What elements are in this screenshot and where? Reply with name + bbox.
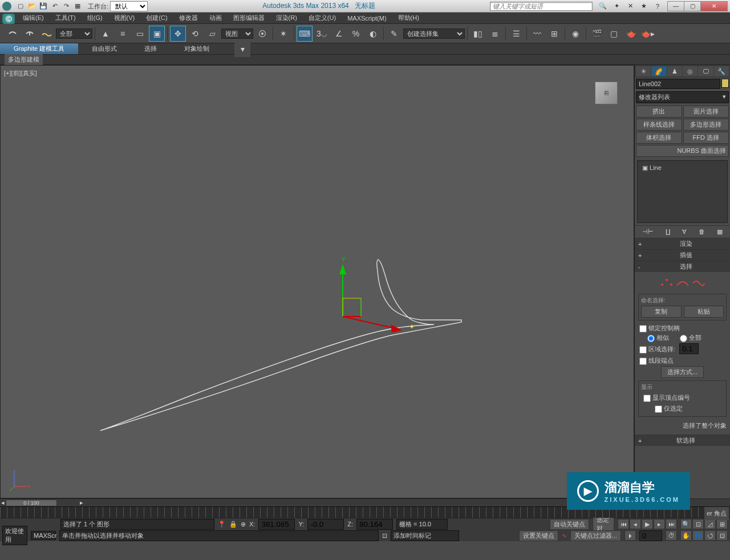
schematic-view-icon[interactable]: ⊞	[546, 26, 562, 42]
isolate-icon[interactable]: ⊡	[382, 532, 387, 539]
nav-orbit-icon[interactable]: ⭯	[704, 530, 716, 541]
layer-manager-icon[interactable]: ☰	[508, 26, 524, 42]
unlink-icon[interactable]	[22, 26, 38, 42]
infocenter-fav-icon[interactable]: ★	[639, 2, 649, 11]
menu-graph-editors[interactable]: 图形编辑器	[228, 13, 270, 23]
current-frame-input[interactable]	[639, 530, 662, 541]
only-selected-checkbox[interactable]: 仅选定	[641, 403, 724, 414]
absolute-transform-icon[interactable]: ⊕	[241, 521, 246, 528]
rectangular-region-icon[interactable]: ▭	[132, 26, 148, 42]
ribbon-sub-label[interactable]: 多边形建模	[5, 54, 43, 65]
edit-named-sel-icon[interactable]: ✎	[386, 26, 402, 42]
snap-toggle-icon[interactable]: 3◡	[314, 26, 330, 42]
prev-frame-icon[interactable]: ◂	[630, 519, 641, 529]
bind-spacewarp-icon[interactable]	[39, 26, 55, 42]
infocenter-exchange-icon[interactable]: ✕	[625, 2, 635, 11]
modifier-list-dropdown[interactable]: 修改器列表▾	[636, 91, 729, 103]
tab-motion-icon[interactable]: ◎	[683, 66, 697, 76]
material-editor-icon[interactable]: ◉	[567, 26, 583, 42]
rendered-frame-icon[interactable]: ▢	[606, 26, 622, 42]
key-filters-button[interactable]: 关键点过滤器...	[570, 530, 621, 541]
menu-animation[interactable]: 动画	[204, 13, 228, 23]
qat-undo-icon[interactable]: ↶	[50, 2, 60, 11]
key-mode-toggle-icon[interactable]: ⏵	[624, 530, 636, 541]
viewport[interactable]: [+][前][真实] 前 Y ✦ z x	[0, 65, 634, 498]
tab-display-icon[interactable]: 🖵	[698, 66, 713, 76]
nav-zoom-extents-icon[interactable]: ⊞	[716, 519, 728, 529]
area-select-value[interactable]	[679, 343, 699, 354]
render-production-icon[interactable]: 🫖	[623, 26, 639, 42]
show-vertex-num-checkbox[interactable]: 显示顶点编号	[641, 392, 724, 403]
menu-edit[interactable]: 编辑(E)	[17, 13, 50, 23]
curve-editor-icon[interactable]: 〰	[529, 26, 545, 42]
goto-start-icon[interactable]: ⏮	[618, 519, 629, 529]
reference-coord-dropdown[interactable]: 视图	[221, 29, 253, 39]
menu-help[interactable]: 帮助(H)	[392, 13, 425, 23]
spline-level-icon[interactable]	[692, 278, 705, 288]
spinner-snap-icon[interactable]: ◐	[365, 26, 381, 42]
set-key-button[interactable]: 设置关键点	[519, 530, 558, 541]
btn-ffd-select[interactable]: FFD 选择	[683, 132, 729, 144]
tab-create-icon[interactable]: ✳	[636, 66, 651, 76]
rollout-interp-header[interactable]: +插值	[635, 250, 730, 261]
close-button[interactable]: ✕	[700, 1, 728, 11]
nav-max-toggle-icon[interactable]: ⊡	[716, 530, 728, 541]
object-name-input[interactable]	[636, 79, 720, 89]
ribbon-tab-object-paint[interactable]: 对象绘制	[171, 43, 223, 54]
pin-stack-icon[interactable]: ⊣⊢	[642, 228, 654, 236]
btn-vol-select[interactable]: 体积选择	[636, 132, 682, 144]
y-coord-input[interactable]	[307, 519, 344, 530]
render-setup-icon[interactable]: 🎬	[589, 26, 605, 42]
ribbon-tab-freeform[interactable]: 自由形式	[78, 43, 131, 54]
ribbon-expand-icon[interactable]: ▾	[234, 41, 250, 57]
menu-rendering[interactable]: 渲染(R)	[270, 13, 303, 23]
app-logo-icon[interactable]: Ⓒ	[2, 14, 15, 24]
selection-filter-dropdown[interactable]: 全部	[56, 29, 92, 39]
add-time-tag[interactable]: 添加时间标记	[391, 530, 459, 541]
angle-snap-icon[interactable]: ∠	[331, 26, 347, 42]
similar-radio[interactable]: 相似	[645, 333, 671, 342]
stack-item-line[interactable]: ▣ Line	[640, 163, 725, 173]
menu-tools[interactable]: 工具(T)	[50, 13, 82, 23]
select-move-icon[interactable]: ✥	[170, 26, 186, 42]
ribbon-tab-selection[interactable]: 选择	[131, 43, 171, 54]
workspace-dropdown[interactable]: 默认	[110, 1, 148, 11]
time-config-icon[interactable]: ⏱	[666, 530, 677, 541]
btn-nurbs-select[interactable]: NURBS 曲面选择	[636, 145, 729, 157]
select-by-name-icon[interactable]: ≡	[115, 26, 131, 42]
qat-new-icon[interactable]: ▢	[15, 2, 26, 11]
segment-end-checkbox[interactable]: 线段端点	[637, 355, 728, 366]
modifier-stack[interactable]: ▣ Line	[637, 160, 728, 223]
select-scale-icon[interactable]: ▱	[204, 26, 220, 42]
qat-open-icon[interactable]: 📂	[27, 2, 37, 11]
rollout-soft-header[interactable]: +软选择	[635, 435, 730, 446]
window-crossing-icon[interactable]: ▣	[149, 26, 165, 42]
menu-maxscript[interactable]: MAXScript(M)	[342, 14, 392, 23]
infocenter-help-icon[interactable]: ?	[652, 2, 663, 11]
selection-lock-icon[interactable]: 🔒	[229, 521, 237, 528]
select-rotate-icon[interactable]: ⟲	[187, 26, 203, 42]
select-method-button[interactable]: 选择方式...	[661, 366, 704, 378]
select-manipulate-icon[interactable]: ✶	[275, 26, 291, 42]
minimize-button[interactable]: —	[667, 1, 684, 11]
nav-pan-icon[interactable]: ✋	[680, 530, 692, 541]
btn-extrude[interactable]: 挤出	[636, 105, 682, 117]
qat-save-icon[interactable]: 💾	[38, 2, 48, 11]
menu-customize[interactable]: 自定义(U)	[303, 13, 342, 23]
maximize-button[interactable]: ▢	[684, 1, 701, 11]
play-icon[interactable]: ▶	[642, 519, 653, 529]
z-coord-input[interactable]	[356, 519, 393, 530]
qat-redo-icon[interactable]: ↷	[61, 2, 71, 11]
nav-zoom-icon[interactable]: 🔍	[680, 519, 692, 529]
time-slider[interactable]: 0 / 100	[6, 500, 57, 506]
mirror-icon[interactable]: ▮▯	[470, 26, 486, 42]
paste-sel-button[interactable]: 粘贴	[684, 306, 724, 318]
next-frame-icon[interactable]: ▸	[654, 519, 665, 529]
tab-utilities-icon[interactable]: 🔧	[714, 66, 729, 76]
menu-create[interactable]: 创建(C)	[140, 13, 173, 23]
use-pivot-icon[interactable]: ⦿	[254, 26, 270, 42]
menu-modifiers[interactable]: 修改器	[173, 13, 204, 23]
nav-zoom-all-icon[interactable]: ⊡	[692, 519, 704, 529]
infocenter-search-icon[interactable]: 🔍	[598, 2, 608, 11]
lock-selection-icon[interactable]: 📍	[218, 521, 226, 528]
